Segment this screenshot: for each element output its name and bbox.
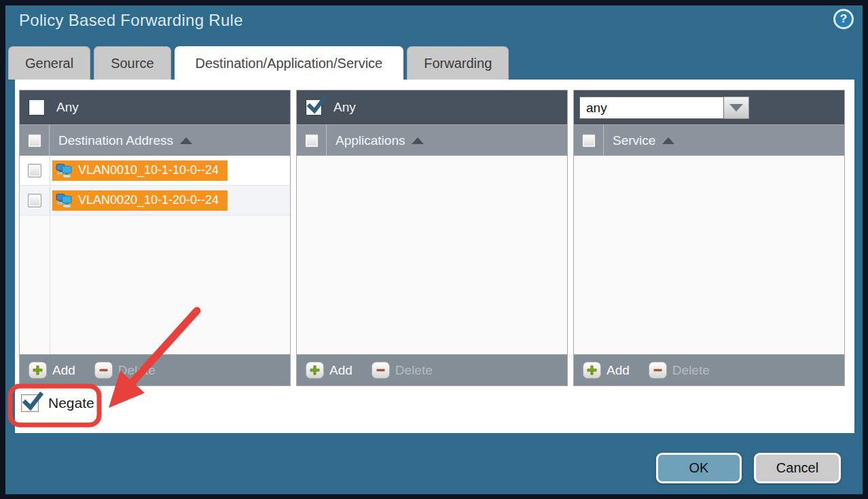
cancel-button[interactable]: Cancel [754,453,841,483]
tab-forwarding[interactable]: Forwarding [407,46,509,80]
address-object-icon [56,192,73,208]
negate-label: Negate [48,395,94,411]
dialog-title: Policy Based Forwarding Rule [19,11,243,30]
applications-panel: Any Applications Add [296,90,568,386]
row-checkbox[interactable] [28,194,41,207]
destination-list: VLAN0010_10-1-10-0--24 [20,156,290,354]
destination-column-header-row: Destination Address [20,124,290,156]
delete-icon [94,362,113,379]
sort-asc-icon[interactable] [662,137,674,144]
service-toolbar: Add Delete [574,354,844,385]
add-label: Add [329,363,352,378]
service-list [574,156,844,354]
help-icon[interactable]: ? [833,9,854,29]
applications-column-header[interactable]: Applications [336,133,405,148]
delete-icon [649,362,667,379]
destination-panel: Any Destination Address [19,90,291,386]
add-button[interactable]: Add [583,362,630,379]
destination-any-bar: Any [20,90,290,124]
add-label: Add [607,363,630,378]
service-column-header-row: Service [574,124,844,156]
add-label: Add [52,363,75,378]
address-object-chip[interactable]: VLAN0020_10-1-20-0--24 [52,190,228,211]
add-icon [306,362,324,379]
tab-content: Any Destination Address [15,80,854,433]
delete-button[interactable]: Delete [94,362,156,379]
sort-asc-icon[interactable] [412,137,424,144]
delete-label: Delete [395,363,433,378]
applications-any-checkbox[interactable] [306,99,322,116]
destination-select-all-cell [20,125,50,156]
help-glyph: ? [840,12,847,26]
service-panel: any Service Add [573,90,845,386]
add-icon [29,362,47,379]
checkmark-icon [21,390,44,413]
ok-button[interactable]: OK [656,453,742,483]
destination-any-checkbox[interactable] [29,99,45,116]
negate-control: Negate [21,394,94,412]
address-object-label: VLAN0010_10-1-10-0--24 [78,163,219,177]
dropdown-button[interactable] [724,97,749,119]
row-checkbox-cell [20,164,50,177]
destination-select-all-checkbox[interactable] [28,134,41,148]
dialog-actions: OK Cancel [656,453,841,483]
address-object-label: VLAN0020_10-1-20-0--24 [78,193,219,207]
applications-any-label: Any [333,100,356,115]
tab-destination-application-service[interactable]: Destination/Application/Service [175,46,404,80]
tab-source[interactable]: Source [94,46,170,80]
service-dropdown: any [579,97,749,119]
delete-label: Delete [118,363,156,378]
service-dropdown-value[interactable]: any [579,97,724,119]
row-checkbox[interactable] [28,164,41,177]
destination-column-header[interactable]: Destination Address [58,133,173,148]
service-dropdown-bar: any [574,90,844,124]
destination-any-label: Any [56,100,79,115]
negate-checkbox[interactable] [21,394,39,412]
delete-icon [372,362,390,379]
checkmark-icon [306,95,327,117]
applications-any-bar: Any [297,90,567,124]
delete-button[interactable]: Delete [649,362,710,379]
address-object-icon [56,162,73,178]
applications-select-all-cell [297,125,327,156]
add-icon [583,362,601,379]
table-row[interactable]: VLAN0010_10-1-10-0--24 [20,156,290,186]
tab-general[interactable]: General [8,46,90,80]
service-select-all-cell [574,125,604,156]
delete-label: Delete [672,363,710,378]
row-checkbox-cell [20,194,50,207]
applications-toolbar: Add Delete [297,354,567,385]
service-column-header[interactable]: Service [613,133,655,148]
applications-select-all-checkbox[interactable] [305,134,319,148]
delete-button[interactable]: Delete [372,362,433,379]
pbf-rule-dialog: Policy Based Forwarding Rule ? General S… [0,0,868,499]
add-button[interactable]: Add [29,362,75,379]
applications-list [297,156,567,354]
chevron-down-icon [729,104,743,111]
sort-asc-icon[interactable] [180,137,192,144]
add-button[interactable]: Add [306,362,352,379]
tab-bar: General Source Destination/Application/S… [8,46,509,80]
service-select-all-checkbox[interactable] [582,134,596,148]
destination-toolbar: Add Delete [20,354,290,385]
address-object-chip[interactable]: VLAN0010_10-1-10-0--24 [52,160,228,181]
table-row[interactable]: VLAN0020_10-1-20-0--24 [20,186,290,216]
applications-column-header-row: Applications [297,124,567,156]
